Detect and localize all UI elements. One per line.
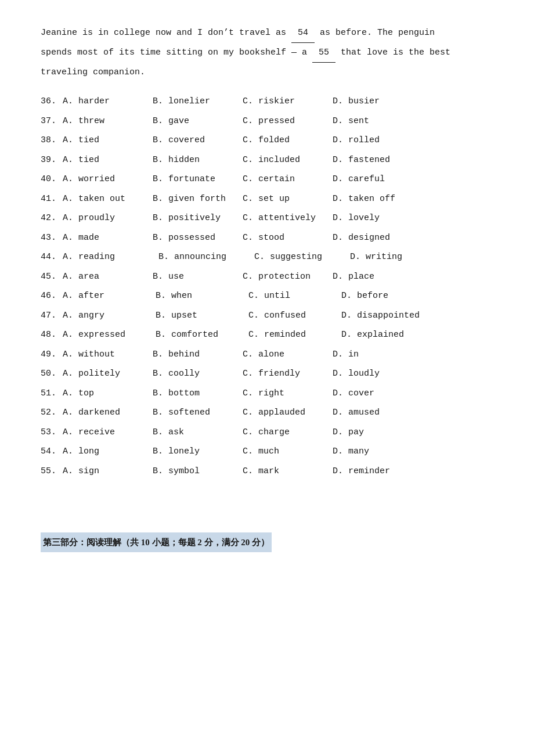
question-row: 38.A. tiedB. coveredC. foldedD. rolled [41,131,493,150]
question-option: C. attentively [243,209,333,228]
question-options: A. signB. symbolC. markD. reminder [63,462,493,481]
section-header-container: 第三部分：阅读理解（共 10 小题；每题 2 分，满分 20 分） [41,509,493,558]
question-option: D. disappointed [341,307,457,325]
question-row: 37.A. threwB. gaveC. pressedD. sent [41,112,493,131]
question-option: C. included [243,151,333,170]
question-options: A. politelyB. coollyC. friendlyD. loudly [63,365,493,383]
question-options: A. withoutB. behindC. aloneD. in [63,345,493,364]
question-option: D. designed [333,229,423,247]
question-option: B. coolly [153,365,243,383]
question-option: A. politely [63,365,153,383]
question-option: A. without [63,345,153,364]
question-options: A. longB. lonelyC. muchD. many [63,442,493,461]
question-option: D. in [333,345,423,364]
intro-line1-after: as before. The penguin [315,28,435,38]
question-option: A. after [63,287,156,305]
question-options: A. threwB. gaveC. pressedD. sent [63,112,493,131]
question-option: D. place [333,268,423,286]
question-number: 53. [41,423,63,442]
question-number: 39. [41,151,63,170]
question-row: 44.A. readingB. announcingC. suggestingD… [41,248,493,267]
question-option: B. comforted [156,326,248,344]
question-option: C. alone [243,345,333,364]
question-options: A. afterB. whenC. untilD. before [63,287,493,305]
question-number: 36. [41,92,63,111]
question-options: A. worriedB. fortunateC. certainD. caref… [63,170,493,189]
question-options: A. readingB. announcingC. suggestingD. w… [63,248,493,267]
question-option: A. receive [63,423,153,442]
question-option: B. hidden [153,151,243,170]
blank-54: 54 [291,23,315,43]
intro-line2-after: that love is the best [335,48,450,57]
question-option: A. expressed [63,326,156,344]
question-option: B. lonelier [153,92,243,111]
question-option: D. busier [333,92,423,111]
question-number: 44. [41,248,63,267]
question-option: B. announcing [158,248,254,267]
question-row: 51.A. topB. bottomC. rightD. cover [41,384,493,403]
question-option: B. bottom [153,384,243,403]
question-option: A. taken out [63,190,153,208]
question-option: A. tied [63,131,153,150]
question-row: 40.A. worriedB. fortunateC. certainD. ca… [41,170,493,189]
question-number: 48. [41,326,63,344]
question-options: A. angryB. upsetC. confusedD. disappoint… [63,307,493,325]
question-option: B. possessed [153,229,243,247]
question-row: 43.A. madeB. possessedC. stoodD. designe… [41,229,493,247]
question-option: C. applauded [243,404,333,422]
question-option: D. taken off [333,190,423,208]
question-number: 42. [41,209,63,228]
question-option: C. mark [243,462,333,481]
question-option: B. covered [153,131,243,150]
question-number: 43. [41,229,63,247]
question-option: D. lovely [333,209,423,228]
questions-section: 36.A. harderB. lonelierC. riskierD. busi… [41,92,493,480]
question-option: B. gave [153,112,243,131]
intro-line2-before: spends most of its time sitting on my bo… [41,48,312,57]
question-option: C. set up [243,190,333,208]
question-row: 39.A. tiedB. hiddenC. includedD. fastene… [41,151,493,170]
question-option: A. top [63,384,153,403]
question-option: C. pressed [243,112,333,131]
question-option: B. when [156,287,248,305]
question-row: 52.A. darkenedB. softenedC. applaudedD. … [41,404,493,422]
question-option: A. harder [63,92,153,111]
question-number: 38. [41,131,63,150]
question-row: 46.A. afterB. whenC. untilD. before [41,287,493,305]
blank-55: 55 [312,43,335,63]
question-option: C. charge [243,423,333,442]
section-header: 第三部分：阅读理解（共 10 小题；每题 2 分，满分 20 分） [41,532,272,552]
question-number: 47. [41,307,63,325]
question-options: A. taken outB. given forthC. set upD. ta… [63,190,493,208]
question-row: 54.A. longB. lonelyC. muchD. many [41,442,493,461]
question-option: B. symbol [153,462,243,481]
intro-paragraph: Jeanine is in college now and I don’t tr… [41,23,493,82]
question-row: 55.A. signB. symbolC. markD. reminder [41,462,493,481]
question-options: A. proudlyB. positivelyC. attentivelyD. … [63,209,493,228]
question-options: A. tiedB. hiddenC. includedD. fastened [63,151,493,170]
question-option: A. long [63,442,153,461]
question-row: 47.A. angryB. upsetC. confusedD. disappo… [41,307,493,325]
question-option: D. fastened [333,151,423,170]
question-option: B. fortunate [153,170,243,189]
question-options: A. topB. bottomC. rightD. cover [63,384,493,403]
question-option: D. sent [333,112,423,131]
question-option: D. before [341,287,457,305]
question-options: A. tiedB. coveredC. foldedD. rolled [63,131,493,150]
question-row: 45.A. areaB. useC. protectionD. place [41,268,493,286]
question-number: 37. [41,112,63,131]
question-option: C. until [248,287,341,305]
question-option: C. folded [243,131,333,150]
question-row: 48.A. expressedB. comfortedC. remindedD.… [41,326,493,344]
question-option: B. lonely [153,442,243,461]
question-options: A. areaB. useC. protectionD. place [63,268,493,286]
question-option: D. reminder [333,462,423,481]
question-option: B. upset [156,307,248,325]
question-option: B. behind [153,345,243,364]
question-option: B. ask [153,423,243,442]
question-option: D. amused [333,404,423,422]
intro-line3: traveling companion. [41,67,145,77]
question-options: A. darkenedB. softenedC. applaudedD. amu… [63,404,493,422]
question-option: B. positively [153,209,243,228]
question-option: B. given forth [153,190,243,208]
